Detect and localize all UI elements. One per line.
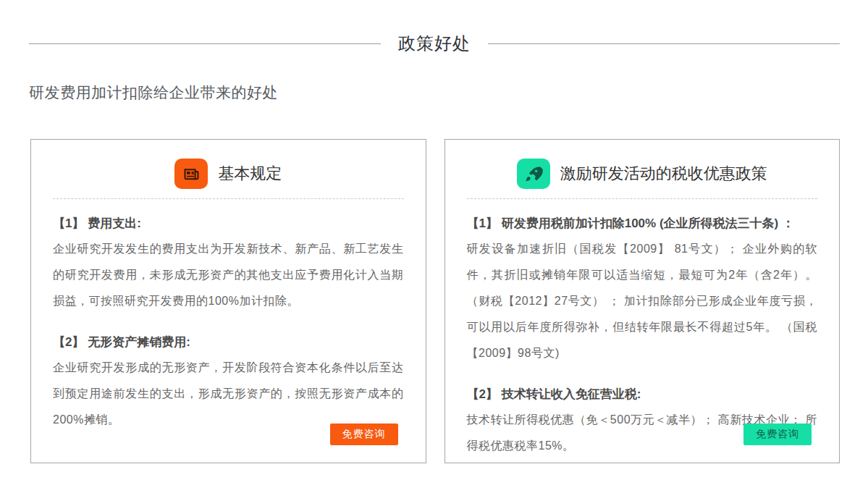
card-section: 【1】 研发费用税前加计扣除100% (企业所得税法三十条) ： 研发设备加速折… [467, 214, 818, 366]
subtitle: 研发费用加计扣除给企业带来的好处 [29, 83, 868, 103]
cards-container: 基本规定 【1】 费用支出: 企业研究开发发生的费用支出为开发新技术、新产品、新… [30, 139, 840, 463]
page-title: 政策好处 [381, 32, 488, 55]
card-title: 激励研发活动的税收优惠政策 [560, 163, 767, 185]
card-section: 【2】 无形资产摊销费用: 企业研究开发形成的无形资产，开发阶段符合资本化条件以… [53, 333, 404, 433]
header-rule-left [29, 43, 381, 44]
header-rule-right [488, 43, 840, 44]
card-header: 基本规定 [53, 159, 404, 189]
section-heading: 【2】 无形资产摊销费用: [53, 333, 404, 352]
dashed-divider [467, 198, 818, 199]
dashed-divider [53, 198, 404, 199]
card-section: 【2】 技术转让收入免征营业税: 技术转让所得税优惠（免＜500万元＜减半）； … [467, 385, 818, 459]
card-header: 激励研发活动的税收优惠政策 [467, 159, 818, 189]
rocket-icon [517, 159, 550, 189]
card-title: 基本规定 [218, 163, 282, 185]
section-heading: 【2】 技术转让收入免征营业税: [467, 385, 818, 404]
section-body: 研发设备加速折旧（国税发【2009】 81号文）； 企业外购的软件，其折旧或摊销… [467, 236, 818, 366]
newspaper-icon [174, 159, 208, 189]
card-incentive-policies: 激励研发活动的税收优惠政策 【1】 研发费用税前加计扣除100% (企业所得税法… [444, 139, 840, 463]
policy-benefits-page: 政策好处 研发费用加计扣除给企业带来的好处 基本规定 【1】 费用支出: [0, 32, 868, 463]
card-basic-rules: 基本规定 【1】 费用支出: 企业研究开发发生的费用支出为开发新技术、新产品、新… [30, 139, 426, 463]
section-heading: 【1】 研发费用税前加计扣除100% (企业所得税法三十条) ： [467, 214, 818, 233]
card-section: 【1】 费用支出: 企业研究开发发生的费用支出为开发新技术、新产品、新工艺发生的… [53, 214, 404, 314]
section-heading: 【1】 费用支出: [53, 214, 404, 233]
section-header: 政策好处 [29, 32, 840, 55]
section-body: 企业研究开发形成的无形资产，开发阶段符合资本化条件以后至达到预定用途前发生的支出… [53, 355, 404, 433]
section-body: 企业研究开发发生的费用支出为开发新技术、新产品、新工艺发生的研究开发费用，未形成… [53, 236, 404, 314]
free-consult-button[interactable]: 免费咨询 [330, 424, 398, 445]
free-consult-button[interactable]: 免费咨询 [743, 424, 812, 445]
